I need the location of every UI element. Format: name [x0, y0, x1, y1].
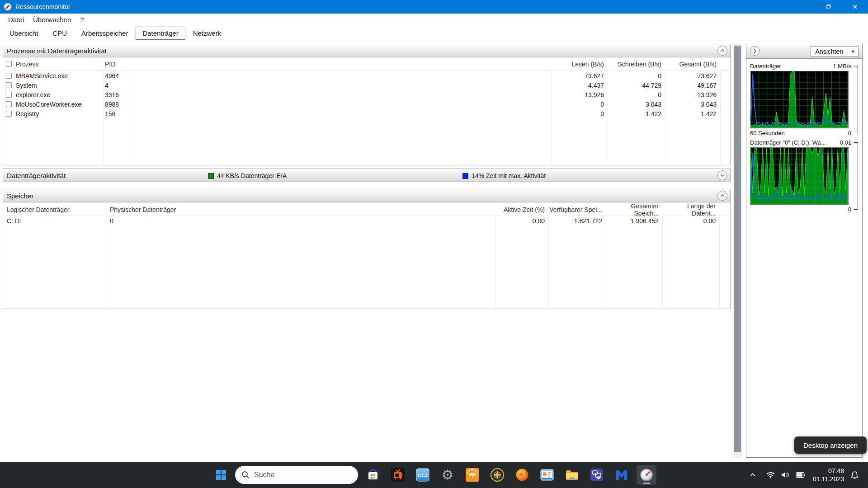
process-pid: 8988	[103, 101, 131, 108]
views-dropdown-button[interactable]: Ansichten	[811, 46, 859, 57]
menu-datei[interactable]: Datei	[4, 15, 28, 24]
col-verfuegbarer[interactable]: Verfügbarer Spei...	[548, 206, 606, 213]
column-divider	[662, 216, 663, 308]
process-pid: 156	[103, 110, 131, 117]
queue-length: 0.00	[662, 217, 719, 225]
taskbar-search[interactable]	[235, 466, 358, 484]
column-divider	[103, 71, 104, 164]
tips-app[interactable]	[587, 465, 607, 485]
tv-app[interactable]	[388, 465, 408, 485]
graphs-panel: Ansichten Datenträger 1 MB/s 60 Sekunden…	[746, 44, 863, 458]
tab-cpu[interactable]: CPU	[46, 27, 74, 40]
menu-ueberwachen[interactable]: Überwachen	[28, 15, 75, 24]
disk-io-color-swatch	[208, 173, 214, 179]
file-explorer-app[interactable]	[562, 465, 582, 485]
col-schreiben[interactable]: Schreiben (B/s)	[608, 61, 665, 68]
window-title: Ressourcenmonitor	[15, 3, 70, 10]
restore-button[interactable]	[816, 0, 842, 14]
graph1-scale-bottom: 0	[848, 130, 851, 136]
audible-icon	[466, 468, 479, 482]
storage-section-title: Speicher	[7, 192, 33, 200]
storage-section-header[interactable]: Speicher	[3, 189, 731, 202]
tab-uebersicht[interactable]: Übersicht	[3, 27, 45, 40]
col-laenge[interactable]: ˇLänge der Datent...	[662, 202, 719, 217]
disk-queue-graph	[750, 147, 849, 205]
titlebar: Ressourcenmonitor ✕	[0, 0, 868, 14]
row-checkbox[interactable]	[6, 101, 12, 107]
process-name: System	[14, 82, 103, 89]
cc3-app-icon: CC3	[416, 468, 429, 482]
search-input[interactable]	[254, 471, 344, 479]
scrollbar-thumb[interactable]	[734, 46, 741, 452]
resource-monitor-titlebar-icon	[4, 3, 12, 11]
taskbar-clock[interactable]: 07:48 01.11.2023	[813, 467, 844, 483]
row-checkbox[interactable]	[6, 73, 12, 79]
column-divider	[606, 216, 606, 308]
storage-row[interactable]: C: D: 0 0.00 1.621.722 1.906.452 0.00	[3, 216, 730, 226]
col-lesen[interactable]: Lesen (B/s)	[551, 61, 608, 68]
tray-status-area[interactable]	[766, 465, 806, 485]
chevron-right-icon	[754, 49, 756, 53]
column-divider	[608, 71, 608, 164]
process-row[interactable]: Registry 156 0 1.422 1.422	[3, 109, 730, 118]
vertical-scrollbar[interactable]	[733, 44, 742, 458]
row-checkbox[interactable]	[6, 111, 12, 117]
tab-datentraeger[interactable]: Datenträger	[136, 27, 185, 40]
minimize-icon	[800, 7, 805, 7]
processes-section-header[interactable]: Prozesse mit Datenträgeraktivität	[3, 44, 731, 57]
select-all-checkbox[interactable]	[6, 61, 12, 67]
start-button[interactable]	[211, 465, 231, 485]
column-divider	[720, 71, 721, 164]
cc3-app[interactable]: CC3	[413, 465, 433, 485]
col-logischer[interactable]: Logischer Datenträger	[3, 206, 107, 213]
process-row[interactable]: System 4 4.437 44.729 49.167	[3, 80, 730, 90]
collapse-storage-button[interactable]	[717, 191, 727, 201]
process-read: 0	[551, 110, 608, 117]
minimize-button[interactable]	[789, 0, 816, 14]
process-row[interactable]: MBAMService.exe 4964 73.627 0 73.627	[3, 71, 730, 80]
show-desktop-button[interactable]	[865, 469, 865, 480]
graph1-x-label: 60 Sekunden	[750, 130, 785, 136]
disk-activity-section-header[interactable]: Datenträgeraktivität 44 KB/s Datenträger…	[3, 169, 731, 182]
process-row[interactable]: MoUsoCoreWorker.exe 8988 0 3.043 3.043	[3, 99, 730, 109]
collapse-processes-button[interactable]	[717, 46, 727, 56]
close-button[interactable]: ✕	[842, 0, 868, 14]
process-name: Registry	[14, 110, 103, 117]
col-pid[interactable]: PID	[103, 61, 131, 68]
views-button-label: Ansichten	[811, 48, 848, 55]
graph2-title: Datenträger "0" (C: D:); Wa...	[750, 139, 826, 146]
col-aktive-zeit[interactable]: Aktive Zeit (%)	[495, 206, 548, 213]
col-gesamt[interactable]: ˇGesamt (B/s)	[665, 61, 720, 68]
processes-section-title: Prozesse mit Datenträgeraktivität	[7, 47, 107, 55]
firefox-app[interactable]	[512, 465, 532, 485]
audible-app[interactable]	[462, 465, 482, 485]
column-divider	[548, 216, 549, 308]
expand-disk-activity-button[interactable]	[717, 170, 727, 180]
disk-activity-title: Datenträgeraktivität	[7, 172, 66, 179]
notification-center-button[interactable]	[850, 465, 859, 485]
malwarebytes-app[interactable]	[612, 465, 632, 485]
system-config-app[interactable]	[537, 465, 557, 485]
compass-coin-app[interactable]	[487, 465, 507, 485]
resource-monitor-icon	[640, 468, 653, 482]
row-checkbox[interactable]	[6, 82, 12, 88]
tabbar: Übersicht CPU Arbeitsspeicher Datenträge…	[0, 25, 868, 41]
resource-monitor-app[interactable]	[637, 465, 656, 485]
collapse-graphs-panel-button[interactable]	[750, 46, 760, 56]
col-physischer[interactable]: Physischer Datenträger	[107, 206, 495, 213]
settings-app[interactable]: ⚙	[438, 465, 458, 485]
tab-arbeitsspeicher[interactable]: Arbeitsspeicher	[75, 27, 135, 40]
microsoft-store-app[interactable]	[363, 465, 383, 485]
physical-disk: 0	[107, 217, 495, 225]
graphs-panel-header: Ansichten	[746, 44, 862, 59]
dropdown-arrow-icon	[851, 51, 855, 53]
col-prozess[interactable]: Prozess	[14, 61, 103, 68]
row-checkbox[interactable]	[6, 92, 12, 98]
menu-help[interactable]: ?	[75, 15, 88, 24]
process-row[interactable]: explorer.exe 3316 13.926 0 13.926	[3, 90, 730, 99]
max-activity-color-swatch	[462, 173, 468, 179]
tray-overflow-button[interactable]	[749, 465, 756, 485]
process-total: 73.627	[665, 72, 720, 80]
tab-netzwerk[interactable]: Netzwerk	[186, 27, 228, 40]
col-gesamter[interactable]: Gesamter Speich...	[606, 202, 662, 217]
